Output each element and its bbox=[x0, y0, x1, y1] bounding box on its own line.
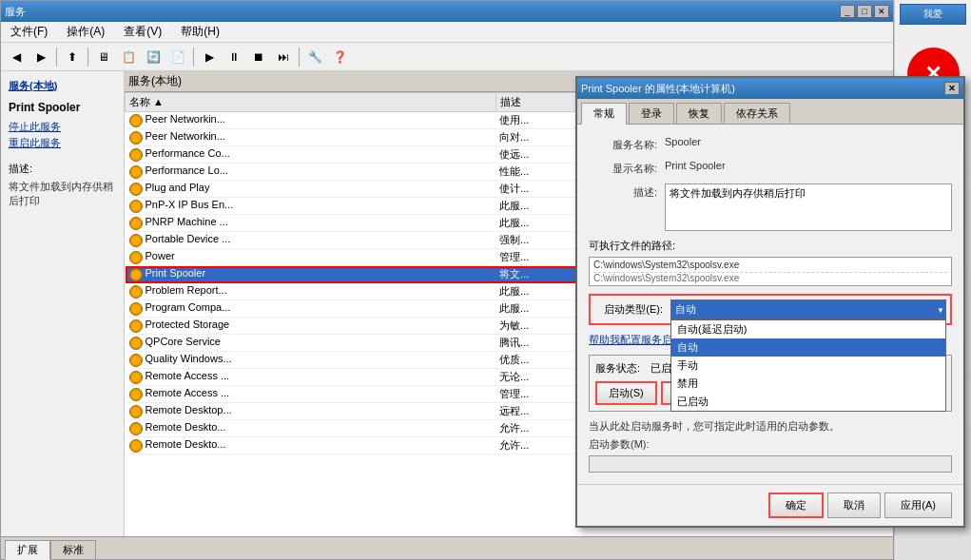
cancel-btn[interactable]: 取消 bbox=[827, 492, 881, 518]
dialog-title: Print Spooler 的属性(本地计算机) bbox=[581, 82, 735, 96]
dialog-tabs: 常规 登录 恢复 依存关系 bbox=[577, 99, 963, 124]
toolbar: ◀ ▶ ⬆ 🖥 📋 🔄 📄 ▶ ⏸ ⏹ ⏭ 🔧 ❓ bbox=[1, 43, 893, 71]
dialog-content: 服务名称: Spooler 显示名称: Print Spooler 描述: 将文… bbox=[577, 124, 963, 484]
tab-dependencies[interactable]: 依存关系 bbox=[724, 103, 790, 124]
service-icon bbox=[129, 405, 143, 418]
service-name-value: Spooler bbox=[665, 136, 952, 147]
desc-text: 将文件加载到内存供稍后打印 bbox=[9, 180, 116, 208]
restart-service-link[interactable]: 重启此服务 bbox=[9, 136, 116, 150]
startup-select-container: 自动 ▼ 自动(延迟启动) 自动 手动 禁用 已启动 bbox=[670, 299, 946, 319]
tab-standard[interactable]: 标准 bbox=[50, 540, 96, 559]
properties-btn[interactable]: 🔧 bbox=[303, 47, 326, 68]
help-btn[interactable]: ❓ bbox=[328, 47, 351, 68]
back-btn[interactable]: ◀ bbox=[5, 47, 28, 68]
service-icon bbox=[129, 371, 143, 384]
start-param-label: 启动参数(M): bbox=[589, 437, 952, 452]
stop-service-btn[interactable]: ⏹ bbox=[247, 47, 270, 68]
col-name[interactable]: 名称 ▲ bbox=[126, 93, 496, 112]
service-status-label: 服务状态: bbox=[595, 362, 640, 374]
display-name-field: 显示名称: Print Spooler bbox=[589, 160, 952, 176]
display-name-value: Print Spooler bbox=[665, 160, 952, 171]
close-btn[interactable]: ✕ bbox=[874, 5, 889, 18]
pause-service-btn[interactable]: ⏸ bbox=[223, 47, 245, 68]
refresh-btn[interactable]: 🔄 bbox=[142, 47, 165, 68]
service-icon bbox=[129, 439, 143, 453]
display-name-label: 显示名称: bbox=[589, 160, 665, 176]
menu-action[interactable]: 操作(A) bbox=[61, 22, 110, 42]
tree-btn[interactable]: 📋 bbox=[117, 47, 140, 68]
panel-header-title: 服务(本地) bbox=[128, 73, 182, 89]
selected-service-name: Print Spooler bbox=[9, 101, 116, 114]
menu-help[interactable]: 帮助(H) bbox=[175, 22, 225, 42]
desc-box-text: 将文件加载到内存供稍后打印 bbox=[670, 187, 806, 199]
service-icon bbox=[129, 268, 143, 281]
watermark-button[interactable]: 我爱 bbox=[900, 4, 966, 25]
service-icon bbox=[129, 114, 143, 127]
start-btn[interactable]: 启动(S) bbox=[595, 381, 657, 405]
service-icon bbox=[129, 337, 143, 350]
export-btn[interactable]: 📄 bbox=[166, 47, 189, 68]
service-icon bbox=[129, 422, 143, 435]
service-icon bbox=[129, 217, 143, 230]
menu-bar: 文件(F) 操作(A) 查看(V) 帮助(H) bbox=[1, 22, 893, 43]
forward-btn[interactable]: ▶ bbox=[29, 47, 52, 68]
startup-select[interactable]: 自动 bbox=[670, 299, 946, 319]
exec-path-label: 可执行文件的路径: bbox=[589, 239, 952, 253]
start-param-input[interactable] bbox=[589, 455, 952, 473]
maximize-btn[interactable]: □ bbox=[857, 5, 872, 18]
service-icon bbox=[129, 234, 143, 247]
start-service-btn[interactable]: ▶ bbox=[198, 47, 221, 68]
service-icon bbox=[129, 165, 143, 179]
apply-btn[interactable]: 应用(A) bbox=[884, 492, 952, 518]
show-hide-btn[interactable]: 🖥 bbox=[92, 47, 115, 68]
tab-recover[interactable]: 恢复 bbox=[676, 103, 722, 124]
title-bar: 服务 _ □ ✕ bbox=[1, 1, 893, 22]
startup-type-row: 启动类型(E): 自动 ▼ 自动(延迟启动) 自动 手动 禁用 已启动 bbox=[589, 294, 952, 325]
service-name-label: 服务名称: bbox=[589, 136, 665, 152]
service-name-field: 服务名称: Spooler bbox=[589, 136, 952, 152]
service-icon bbox=[129, 183, 143, 196]
window-title: 服务 bbox=[5, 5, 26, 19]
dialog-close-btn[interactable]: ✕ bbox=[944, 82, 960, 95]
menu-file[interactable]: 文件(F) bbox=[5, 22, 53, 42]
service-icon bbox=[129, 285, 143, 299]
service-icon bbox=[129, 131, 143, 145]
menu-view[interactable]: 查看(V) bbox=[118, 22, 167, 42]
service-icon bbox=[129, 251, 143, 264]
desc-field-label: 描述: bbox=[589, 183, 665, 200]
ok-btn[interactable]: 确定 bbox=[768, 492, 824, 518]
left-panel: 服务(本地) Print Spooler 停止此服务 重启此服务 描述: 将文件… bbox=[1, 71, 125, 536]
desc-field: 描述: 将文件加载到内存供稍后打印 bbox=[589, 183, 952, 231]
minimize-btn[interactable]: _ bbox=[840, 5, 855, 18]
restart-service-btn[interactable]: ⏭ bbox=[272, 47, 295, 68]
properties-dialog: Print Spooler 的属性(本地计算机) ✕ 常规 登录 恢复 依存关系… bbox=[575, 76, 965, 528]
dialog-buttons: 确定 取消 应用(A) bbox=[577, 484, 963, 526]
startup-type-label: 启动类型(E): bbox=[594, 302, 670, 317]
service-icon bbox=[129, 319, 143, 333]
tab-general[interactable]: 常规 bbox=[581, 103, 627, 125]
dropdown-item-auto-delay[interactable]: 自动(延迟启动) bbox=[671, 320, 945, 338]
left-panel-title[interactable]: 服务(本地) bbox=[9, 79, 116, 93]
stop-service-link[interactable]: 停止此服务 bbox=[9, 120, 116, 134]
service-icon bbox=[129, 200, 143, 213]
dropdown-item-auto[interactable]: 自动 bbox=[671, 338, 945, 357]
bottom-tabs: 扩展 标准 bbox=[1, 536, 893, 559]
up-btn[interactable]: ⬆ bbox=[61, 47, 84, 68]
service-icon bbox=[129, 388, 143, 401]
dropdown-item-manual[interactable]: 手动 bbox=[671, 357, 945, 375]
dropdown-item-started[interactable]: 已启动 bbox=[671, 393, 945, 411]
desc-label: 描述: bbox=[9, 162, 116, 176]
service-icon bbox=[129, 354, 143, 367]
service-icon bbox=[129, 148, 143, 162]
tab-expand[interactable]: 扩展 bbox=[5, 540, 50, 560]
tab-login[interactable]: 登录 bbox=[629, 103, 674, 124]
service-icon bbox=[129, 302, 143, 316]
desc-box[interactable]: 将文件加载到内存供稍后打印 bbox=[665, 183, 952, 231]
dropdown-item-disabled[interactable]: 禁用 bbox=[671, 375, 945, 393]
exec-path-value: C:\windows\System32\spoolsv.exe C:\windo… bbox=[589, 257, 952, 286]
startup-dropdown-list: 自动(延迟启动) 自动 手动 禁用 已启动 bbox=[670, 319, 946, 412]
dialog-title-bar: Print Spooler 的属性(本地计算机) ✕ bbox=[577, 78, 963, 99]
start-param-info: 当从此处启动服务时，您可指定此时适用的启动参数。 bbox=[589, 419, 952, 434]
